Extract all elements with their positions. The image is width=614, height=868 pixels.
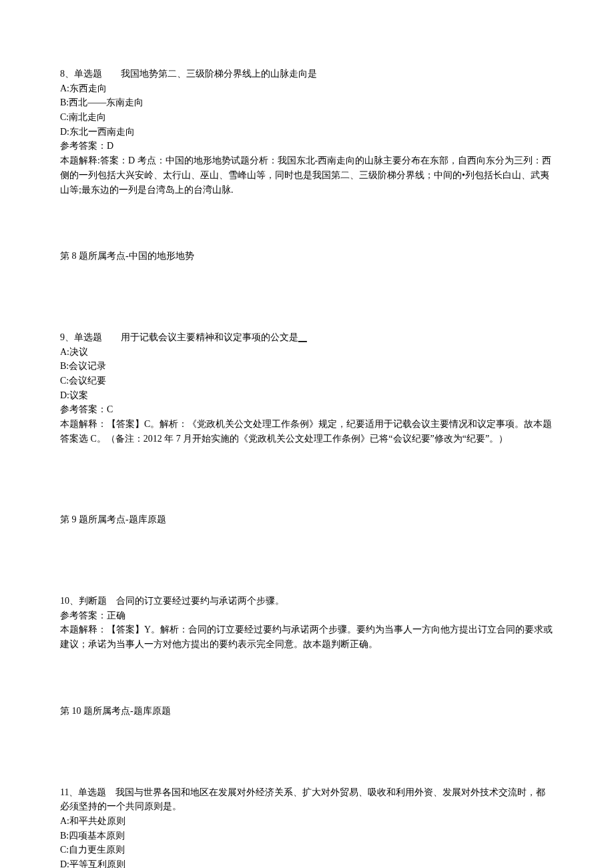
question-9-answer: 参考答案：C bbox=[60, 402, 554, 417]
question-11-option-b: B:四项基本原则 bbox=[60, 829, 554, 843]
question-9-option-b: B:会议记录 bbox=[60, 359, 554, 374]
question-10-explanation: 本题解释：【答案】Y。解析：合同的订立要经过要约与承诺两个步骤。要约为当事人一方… bbox=[60, 622, 554, 651]
spacer bbox=[60, 527, 554, 594]
question-11-option-c: C:自力更生原则 bbox=[60, 843, 554, 857]
question-11-number: 11、单选题 bbox=[60, 787, 106, 797]
question-9-option-a: A:决议 bbox=[60, 345, 554, 360]
spacer bbox=[60, 264, 554, 330]
question-11-text: 我国与世界各国和地区在发展对外经济关系、扩大对外贸易、吸收和利用外资、发展对外技… bbox=[60, 787, 545, 812]
question-8-reference: 第 8 题所属考点-中国的地形地势 bbox=[60, 249, 554, 264]
question-10-reference: 第 10 题所属考点-题库原题 bbox=[60, 704, 554, 719]
question-9-option-c: C:会议纪要 bbox=[60, 374, 554, 388]
question-10-number: 10、判断题 bbox=[60, 596, 107, 606]
document-page: 8、单选题我国地势第二、三级阶梯分界线上的山脉走向是 A:东西走向 B:西北——… bbox=[0, 0, 614, 868]
spacer bbox=[60, 719, 554, 785]
question-10-text: 合同的订立要经过要约与承诺两个步骤。 bbox=[116, 596, 284, 606]
question-8-option-b: B:西北——东南走向 bbox=[60, 95, 554, 110]
question-9-option-d: D:议案 bbox=[60, 388, 554, 403]
question-11-header: 11、单选题 我国与世界各国和地区在发展对外经济关系、扩大对外贸易、吸收和利用外… bbox=[60, 785, 554, 814]
question-9-explanation: 本题解释：【答案】C。解析：《党政机关公文处理工作条例》规定，纪要适用于记载会议… bbox=[60, 417, 554, 446]
question-8-answer: 参考答案：D bbox=[60, 139, 554, 153]
question-8-text: 我国地势第二、三级阶梯分界线上的山脉走向是 bbox=[121, 69, 317, 79]
question-10-header: 10、判断题 合同的订立要经过要约与承诺两个步骤。 bbox=[60, 594, 554, 608]
question-9-number: 9、单选题 bbox=[60, 332, 102, 342]
question-9-header: 9、单选题用于记载会议主要精神和议定事项的公文是▁ bbox=[60, 330, 554, 345]
question-10-answer: 参考答案：正确 bbox=[60, 608, 554, 623]
question-8-block: 8、单选题我国地势第二、三级阶梯分界线上的山脉走向是 A:东西走向 B:西北——… bbox=[60, 67, 554, 197]
question-8-explanation: 本题解释:答案：D 考点：中国的地形地势试题分析：我国东北-西南走向的山脉主要分… bbox=[60, 153, 554, 197]
question-8-option-a: A:东西走向 bbox=[60, 81, 554, 96]
question-10-block: 10、判断题 合同的订立要经过要约与承诺两个步骤。 参考答案：正确 本题解释：【… bbox=[60, 594, 554, 652]
question-9-block: 9、单选题用于记载会议主要精神和议定事项的公文是▁ A:决议 B:会议记录 C:… bbox=[60, 330, 554, 446]
spacer bbox=[60, 652, 554, 704]
question-11-block: 11、单选题 我国与世界各国和地区在发展对外经济关系、扩大对外贸易、吸收和利用外… bbox=[60, 785, 554, 869]
question-9-reference: 第 9 题所属考点-题库原题 bbox=[60, 512, 554, 527]
question-8-option-c: C:南北走向 bbox=[60, 110, 554, 125]
question-8-number: 8、单选题 bbox=[60, 69, 102, 79]
question-8-option-d: D:东北一西南走向 bbox=[60, 125, 554, 139]
spacer bbox=[60, 197, 554, 249]
question-11-option-a: A:和平共处原则 bbox=[60, 814, 554, 829]
spacer bbox=[60, 446, 554, 512]
question-9-text: 用于记载会议主要精神和议定事项的公文是▁ bbox=[121, 332, 308, 342]
question-11-option-d: D:平等互利原则 bbox=[60, 857, 554, 868]
question-8-header: 8、单选题我国地势第二、三级阶梯分界线上的山脉走向是 bbox=[60, 67, 554, 81]
